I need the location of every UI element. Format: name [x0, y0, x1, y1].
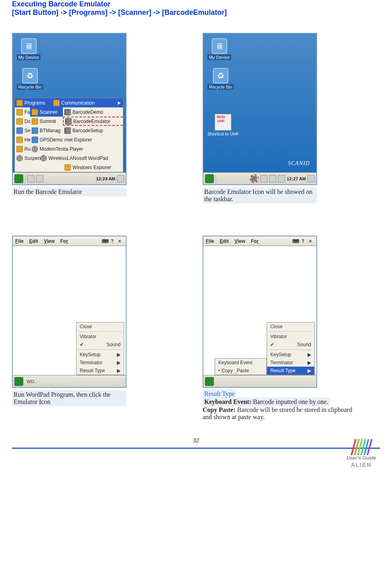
popup-sound[interactable]: Sound [76, 341, 124, 349]
menu-scanner[interactable]: Scanner [30, 107, 63, 117]
result-type-title: Result Type [203, 389, 236, 398]
recycle-bin-label: Recycle Bin [207, 84, 234, 90]
start-button[interactable] [14, 377, 23, 386]
taskbar: 12:24 AM [13, 172, 126, 184]
brand-text: ALIEN [351, 462, 372, 468]
popup-result-type[interactable]: Result Type▶ [76, 367, 124, 375]
start-button[interactable] [205, 377, 214, 386]
my-device-label: My Device [207, 54, 231, 60]
my-device-icon[interactable]: 🖥 [21, 38, 36, 54]
start-button[interactable] [14, 174, 23, 183]
taskbar: 12:27 AM [203, 172, 316, 184]
footer-logo: User's Guide ALIEN [346, 439, 376, 468]
menu-se[interactable]: Se [15, 126, 30, 135]
menu-view[interactable]: View [234, 238, 245, 244]
menu-fa[interactable]: Fa [15, 107, 30, 117]
wordpad-menubar: File Edit View For ⌨ ? × [13, 236, 126, 246]
tray-icon[interactable] [260, 175, 267, 182]
menu-ia-player[interactable]: ia Player [63, 144, 123, 153]
scanid-watermark: SCANID [288, 160, 310, 167]
popup-vibrator[interactable]: Vibrator [76, 333, 124, 341]
menu-do[interactable]: Do [15, 117, 30, 126]
popup-result-type[interactable]: Result Type▶ [267, 367, 314, 375]
caption-4: Result Type Keyboard Event: Barcode inpu… [203, 390, 355, 421]
tray-icon[interactable] [27, 175, 34, 182]
menu-barcodedemo[interactable]: BarcodeDemo [63, 107, 123, 117]
menu-for[interactable]: For [60, 238, 68, 244]
recycle-bin-icon[interactable]: ♻ [22, 68, 38, 83]
screenshot-wordpad-result-type: File Edit View For ⌨ ? × Close Vibrator … [203, 236, 317, 388]
menu-rnet-explorer[interactable]: rnet Explorer [63, 135, 123, 144]
menu-barcodesetup[interactable]: BarcodeSetup [63, 126, 123, 135]
menu-wirelesslan[interactable]: WirelessLAN [39, 153, 75, 163]
wordpad-menubar: File Edit View For ⌨ ? × [203, 236, 316, 246]
caption-1: Run the Barcode Emulator [12, 188, 127, 196]
menu-programs[interactable]: Programs [15, 98, 52, 107]
menu-file[interactable]: File [15, 238, 24, 244]
popup-keysetup[interactable]: KeySetup▶ [267, 351, 314, 359]
menu-edit[interactable]: Edit [29, 238, 38, 244]
my-device-label: My Device [17, 54, 40, 60]
tray-icon[interactable] [269, 175, 276, 182]
menu-soft-wordpad[interactable]: osoft WordPad [75, 153, 123, 163]
close-button[interactable]: × [116, 238, 123, 244]
close-button[interactable]: × [307, 238, 314, 244]
start-menu: Programs Communication▶ Fa Scanner Barco… [14, 98, 123, 172]
shortcut-uhf[interactable]: RFIDUHF Shortcut to UHF [207, 114, 239, 136]
emulator-popup: Close Vibrator Sound KeySetup▶ Terminato… [267, 322, 315, 375]
help-icon[interactable]: ? [302, 238, 304, 244]
clock: 12:27 AM [287, 176, 306, 181]
popup-keysetup[interactable]: KeySetup▶ [76, 351, 124, 359]
menu-summit[interactable]: Summit [30, 117, 63, 126]
popup-terminator[interactable]: Terminator▶ [267, 359, 314, 367]
recycle-bin-icon[interactable]: ♻ [213, 68, 228, 83]
keyboard-icon[interactable]: ⌨ [102, 238, 109, 244]
help-icon[interactable]: ? [111, 238, 114, 244]
start-button[interactable] [205, 174, 214, 183]
menu-communication[interactable]: Communication▶ [52, 98, 123, 107]
popup-close[interactable]: Close [267, 323, 314, 331]
menu-gpsdemo[interactable]: GPSDemo [30, 135, 63, 144]
page-number: 32 [12, 437, 380, 444]
footer: User's Guide ALIEN [12, 448, 380, 472]
barcode-emulator-tray-icon[interactable] [250, 174, 259, 183]
menu-btmanag[interactable]: BTManag [30, 126, 63, 135]
caption-3: Run WordPad Program, then click the Emul… [12, 390, 127, 406]
screenshot-start-menu: 🖥 My Device ♻ Recycle Bin Programs Commu… [12, 33, 127, 185]
menu-he[interactable]: He [15, 135, 30, 144]
screenshot-wordpad-menu: File Edit View For ⌨ ? × Close Vibrator … [12, 236, 127, 388]
heading-path: [Start Button] -> [Programs] -> [Scanner… [12, 8, 380, 17]
users-guide-text: User's Guide [346, 455, 376, 461]
submenu-keyboard-event[interactable]: Keyboard Event [215, 359, 266, 367]
wordpad-taskbar [203, 375, 316, 387]
wordpad-task-icon[interactable]: WD.. [25, 379, 38, 384]
heading-title: Executing Barcode Emulator [12, 0, 380, 8]
menu-for[interactable]: For [251, 238, 259, 244]
menu-windows-explorer[interactable]: Windows Explorer [63, 163, 123, 172]
caption-2: Barcode Emulator Icon will be showed on … [203, 188, 317, 204]
menu-file[interactable]: File [206, 238, 214, 244]
sip-icon[interactable] [117, 175, 124, 182]
tray-icon[interactable] [278, 175, 285, 182]
menu-ru[interactable]: Ru [15, 144, 30, 153]
my-device-icon[interactable]: 🖥 [212, 38, 227, 54]
popup-sound[interactable]: Sound [267, 341, 314, 349]
menu-view[interactable]: View [44, 238, 54, 244]
popup-terminator[interactable]: Terminator▶ [76, 359, 124, 367]
copy-paste-label: Copy Paste: [203, 406, 237, 413]
keyboard-event-text: Barcode inputted one by one. [253, 398, 328, 405]
menu-suspend[interactable]: Suspend [15, 153, 39, 163]
popup-vibrator[interactable]: Vibrator [267, 333, 314, 341]
sip-icon[interactable] [308, 175, 315, 182]
menu-edit[interactable]: Edit [220, 238, 229, 244]
popup-close[interactable]: Close [76, 323, 124, 331]
keyboard-event-label: Keyboard Event: [204, 398, 253, 405]
submenu-copy-paste[interactable]: •Copy _Paste [215, 367, 266, 375]
clock: 12:24 AM [96, 176, 115, 181]
tray-icon[interactable] [36, 175, 43, 182]
menu-modemtest[interactable]: ModemTest [30, 144, 63, 153]
recycle-bin-label: Recycle Bin [17, 84, 43, 90]
menu-barcodeemulator[interactable]: BarcodeEmulator [63, 117, 123, 126]
wordpad-taskbar: WD.. [13, 375, 126, 387]
keyboard-icon[interactable]: ⌨ [292, 238, 299, 244]
